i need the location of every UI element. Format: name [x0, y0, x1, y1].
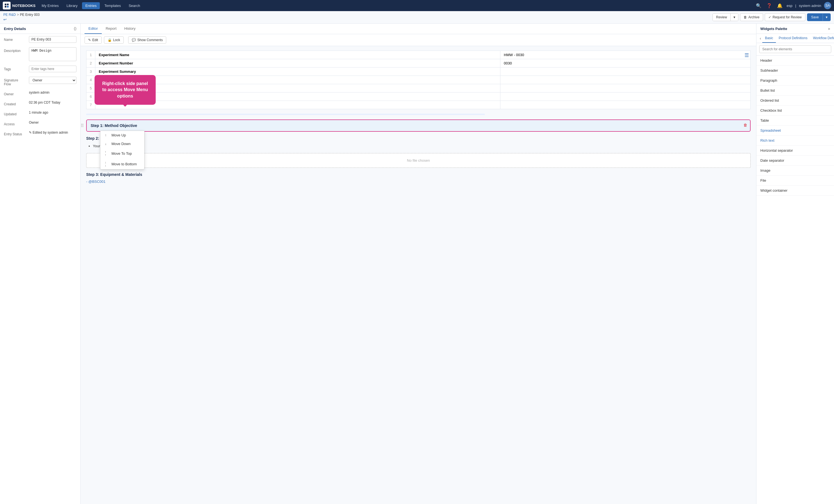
edit-label: Edit [92, 38, 98, 42]
notifications-icon[interactable]: 🔔 [776, 2, 784, 9]
value-additional-details[interactable] [500, 84, 751, 93]
search-icon[interactable]: 🔍 [755, 2, 763, 9]
widget-tabs-prev-icon[interactable]: ‹ [759, 35, 762, 42]
context-menu-move-bottom[interactable]: ↓↓ Move to Bottom [101, 159, 144, 169]
status-edit-icon: ✎ [29, 131, 32, 135]
widget-list: Header Subheader Paragraph Bullet list O… [756, 55, 834, 504]
widget-search-input[interactable] [759, 45, 831, 53]
widget-horizontal-separator[interactable]: Horizontal separator [756, 145, 834, 156]
widget-rich-text[interactable]: Rich text [756, 136, 834, 145]
editor-panel: Editor Report History ✎ Edit 🔒 Lock 💬 Sh… [81, 24, 756, 504]
widget-search-area [756, 43, 834, 55]
avatar[interactable]: SA [824, 2, 831, 9]
request-review-button[interactable]: ✓ Request for Review [765, 13, 805, 21]
tab-history[interactable]: History [120, 24, 139, 34]
nav-library[interactable]: Library [63, 2, 81, 9]
tags-input[interactable] [29, 66, 76, 72]
expand-panel-icon[interactable]: » [828, 26, 830, 31]
context-menu-move-up[interactable]: ↑ Move Up [101, 131, 144, 139]
edit-icon: ✎ [88, 38, 91, 42]
widget-file[interactable]: File [756, 176, 834, 186]
nav-my-entries[interactable]: My Entries [38, 2, 62, 9]
row-num-3: 3 [86, 68, 95, 76]
value-experiment-name[interactable]: HMW - 0030 [500, 51, 751, 59]
tab-editor[interactable]: Editor [85, 24, 102, 34]
value-personnel[interactable] [500, 76, 751, 84]
move-top-label: Move To Top [111, 152, 132, 156]
save-button-dropdown[interactable]: ▼ [822, 14, 830, 21]
signature-select[interactable]: Owner [29, 77, 76, 84]
file-drop-area[interactable]: No file chosen [86, 153, 751, 168]
value-7[interactable] [500, 101, 751, 109]
review-button-main[interactable]: Review [713, 14, 730, 21]
widget-image[interactable]: Image [756, 166, 834, 176]
tab-report[interactable]: Report [102, 24, 120, 34]
tags-label: Tags [4, 66, 26, 71]
step2-heading: Step 2: Literature Review [86, 136, 751, 141]
step2-bullet-list: Your items go here [86, 143, 751, 148]
nav-templates[interactable]: Templates [101, 2, 124, 9]
name-input[interactable] [29, 36, 76, 43]
widget-tab-basic[interactable]: Basic [762, 34, 776, 43]
edit-button[interactable]: ✎ Edit [85, 37, 102, 44]
list-item[interactable]: Your items go here [93, 143, 751, 148]
context-menu-move-down[interactable]: ↓ Move Down [101, 139, 144, 148]
delete-section-button[interactable]: 🗑 [743, 123, 747, 127]
widget-checkbox-list[interactable]: Checkbox list [756, 106, 834, 116]
description-textarea[interactable]: HWM Design [29, 47, 76, 61]
widget-spreadsheet[interactable]: Spreadsheet [756, 125, 834, 136]
widget-bullet-list[interactable]: Bullet list [756, 86, 834, 96]
app-logo[interactable]: NOTEBOOKS [3, 2, 36, 9]
lock-button[interactable]: 🔒 Lock [104, 37, 124, 44]
logo-text: NOTEBOOKS [12, 4, 36, 8]
field-personnel: Personnel [95, 76, 500, 84]
toolbar-right: Review ▼ 🗑 Archive ✓ Request for Review … [712, 13, 831, 21]
widget-container[interactable]: Widget container [756, 186, 834, 196]
field-description-row: Description HWM Design [0, 45, 80, 63]
breadcrumb-parent-link[interactable]: PE R&D [3, 13, 16, 17]
widget-paragraph[interactable]: Paragraph [756, 75, 834, 86]
widget-header[interactable]: Header [756, 55, 834, 66]
show-comments-button[interactable]: 💬 Show Comments [128, 37, 166, 44]
step2-section: Step 2: Literature Review Your items go … [86, 136, 751, 148]
move-up-label: Move Up [111, 133, 126, 137]
widget-ordered-list[interactable]: Ordered list [756, 96, 834, 106]
nav-entries[interactable]: Entries [82, 2, 100, 9]
experiment-table-container: 1 Experiment Name HMW - 0030 2 Experimen… [86, 50, 751, 115]
value-6[interactable] [500, 93, 751, 101]
scroll-indicator [86, 114, 485, 115]
field-created-row: Created 02:36 pm CDT Today [0, 98, 80, 108]
lock-icon: 🔒 [108, 38, 112, 42]
table-row: 3 Experiment Summary [86, 68, 751, 76]
widget-tab-workflow[interactable]: Workflow Definitio… [810, 34, 834, 43]
review-button-dropdown[interactable]: ▼ [730, 14, 738, 21]
value-experiment-number[interactable]: 0030 [500, 59, 751, 68]
back-arrow-icon[interactable]: ↩ [3, 17, 7, 22]
move-bottom-icon: ↓↓ [105, 161, 109, 167]
field-name-row: Name [0, 34, 80, 45]
archive-button[interactable]: 🗑 Archive [740, 13, 763, 21]
drag-handle-icon[interactable]: ⠿ [81, 123, 84, 128]
entry-details-title: Entry Details [4, 27, 26, 31]
widget-tab-protocol[interactable]: Protocol Definitions [776, 34, 810, 43]
widget-date-separator[interactable]: Date separator [756, 156, 834, 166]
table-menu-button[interactable]: ☰ [745, 52, 749, 58]
context-menu-move-top[interactable]: ↑↑ Move To Top [101, 148, 144, 159]
table-row: 4 Personnel [86, 76, 751, 84]
widget-subheader[interactable]: Subheader [756, 66, 834, 75]
at-mention-bsc001[interactable]: - @BSC001 [86, 180, 751, 184]
field-6[interactable] [95, 93, 500, 101]
review-split-button[interactable]: Review ▼ [712, 13, 738, 21]
created-value: 02:36 pm CDT Today [29, 100, 76, 105]
save-button-main[interactable]: Save [807, 14, 822, 21]
value-experiment-summary[interactable] [500, 68, 751, 76]
check-icon: ✓ [768, 15, 771, 19]
left-panel-header: Entry Details ⟨⟩ [0, 24, 80, 34]
help-icon[interactable]: ❓ [765, 2, 773, 9]
field-7[interactable] [95, 101, 500, 109]
widget-table[interactable]: Table [756, 116, 834, 125]
archive-label: Archive [748, 15, 760, 19]
nav-search[interactable]: Search [125, 2, 144, 9]
collapse-panel-icon[interactable]: ⟨⟩ [74, 26, 76, 31]
save-split-button[interactable]: Save ▼ [807, 13, 831, 21]
